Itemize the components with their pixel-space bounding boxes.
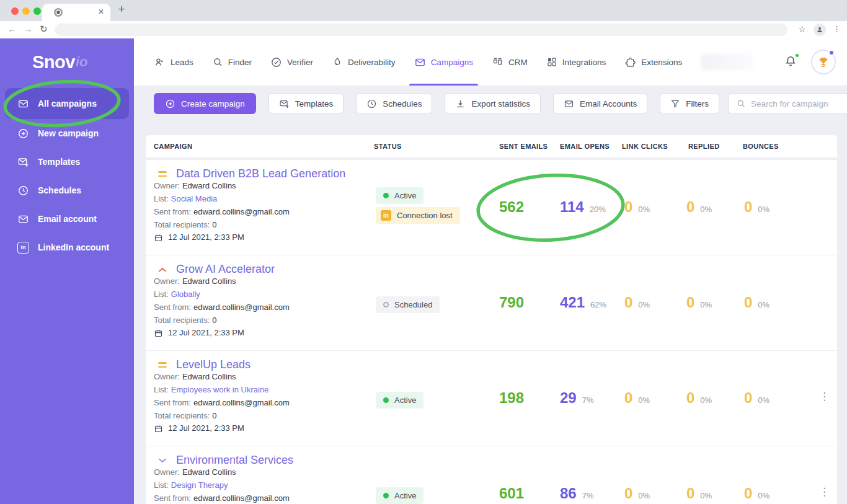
sent-emails-value: 562 [499,198,524,216]
list-link[interactable]: Globally [171,290,200,299]
campaign-title-link[interactable]: Data Driven B2B Lead Generation [176,167,345,180]
campaign-row: Grow AI Accelerator Owner:Edward Collins… [146,255,837,351]
bookmark-star-icon[interactable]: ☆ [798,24,806,34]
tab-close-icon[interactable]: ✕ [98,7,104,16]
sent-from-label: Sent from: [154,303,191,312]
email-accounts-button[interactable]: Email Accounts [553,93,647,114]
list-link[interactable]: Design Therapy [171,480,228,490]
campaign-row: Environmental Services Owner:Edward Coll… [146,446,837,504]
list-link[interactable]: Social Media [171,194,217,203]
nav-item-label: Leads [171,58,193,67]
notifications-button[interactable] [784,55,799,69]
status-badge-active: Active [376,487,423,504]
sidebar-nav: All campaigns New campaign Templates Sch… [0,88,134,262]
nav-item-verifier[interactable]: Verifier [270,38,313,86]
nav-item-leads[interactable]: Leads [154,38,193,86]
sent-emails-value: 601 [499,485,524,502]
create-campaign-button[interactable]: Create campaign [154,93,256,114]
nav-item-label: Integrations [562,58,606,67]
campaign-title-link[interactable]: Grow AI Accelerator [176,263,275,276]
sidebar-item-label: LinkedIn account [38,242,109,252]
table-rows: Data Driven B2B Lead Generation Owner:Ed… [146,160,837,504]
email-opens-value: 297% [560,389,594,407]
sidebar-item-email-account[interactable]: Email account [0,205,134,233]
window-close-button[interactable] [11,7,19,15]
bounces-value: 00% [744,294,769,311]
gray-ring-icon [383,302,389,307]
back-icon[interactable]: ← [7,24,17,34]
sidebar-item-label: All campaigns [38,99,97,108]
reload-icon[interactable]: ↻ [40,24,48,35]
nav-item-label: Verifier [287,58,313,67]
row-menu-kebab-icon[interactable]: ⋮ [819,391,830,403]
window-zoom-button[interactable] [33,7,41,15]
forward-icon[interactable]: → [24,24,33,34]
owner-value: Edward Collins [182,276,236,286]
topnav-right-cluster: MK [701,50,847,74]
nav-item-label: Finder [228,58,252,67]
browser-tab[interactable]: ✕ [42,4,110,21]
sidebar-item-schedules[interactable]: Schedules [0,176,134,205]
campaign-title-link[interactable]: LevelUp Leads [176,358,251,371]
funnel-icon [670,99,680,108]
achievements-button[interactable] [811,50,836,74]
filters-button[interactable]: Filters [660,93,719,114]
list-link[interactable]: Employees work in Ukraine [171,385,269,394]
export-statistics-button[interactable]: Export statistics [445,93,541,114]
nav-item-deliverability[interactable]: Deliverability [332,38,396,86]
sidebar: Snovio All campaigns New campaign Templa… [0,38,134,504]
sent-from-value: edward.collins@gmail.com [193,493,290,503]
campaigns-table: CAMPAIGN STATUS SENT EMAILS EMAIL OPENS … [146,135,837,504]
campaign-date: 12 Jul 2021, 2:33 PM [154,232,244,242]
new-tab-button[interactable]: + [114,2,129,16]
col-header-bounces: BOUNCES [743,143,779,150]
envelope-icon [17,213,29,225]
achievement-dot [828,50,835,56]
col-header-email-opens: EMAIL OPENS [560,143,610,150]
browser-profile-icon[interactable] [814,24,826,36]
search-input[interactable] [751,99,844,108]
templates-button[interactable]: Templates [268,93,344,114]
window-minimize-button[interactable] [22,7,30,15]
bounces-value: 00% [744,389,769,407]
email-opens-value: 11420% [560,198,606,216]
nav-item-finder[interactable]: Finder [212,38,252,86]
priority-equals-icon[interactable] [157,171,168,177]
main-content: Create campaign Templates Schedules Expo… [134,86,847,504]
sidebar-item-all-campaigns[interactable]: All campaigns [5,88,129,119]
nav-item-label: Deliverability [348,58,396,67]
browser-menu-kebab-icon[interactable]: ⋮ [833,24,841,33]
nav-item-crm[interactable]: CRM [492,38,528,86]
verifier-check-icon [270,56,282,68]
nav-item-campaigns[interactable]: Campaigns [414,38,473,86]
status-badge-active: Active [376,392,423,409]
schedules-button[interactable]: Schedules [356,93,432,114]
sidebar-item-linkedin-account[interactable]: in LinkedIn account [0,233,134,262]
nav-item-extensions[interactable]: Extensions [624,38,682,86]
chevron-up-icon[interactable] [157,266,168,273]
sent-from-label: Sent from: [154,398,191,407]
campaign-title-link[interactable]: Environmental Services [176,454,293,467]
nav-item-integrations[interactable]: Integrations [546,38,606,86]
crm-windows-icon [492,56,503,68]
sidebar-item-new-campaign[interactable]: New campaign [0,119,134,148]
chevron-down-icon[interactable] [157,457,168,464]
table-header: CAMPAIGN STATUS SENT EMAILS EMAIL OPENS … [146,135,837,157]
bounces-value: 00% [744,485,769,502]
sidebar-item-templates[interactable]: Templates [0,148,134,176]
priority-equals-icon[interactable] [157,362,168,368]
col-header-replied: REPLIED [688,143,719,150]
toolbar-right: Filters [660,93,847,114]
col-header-link-clicks: LINK CLICKS [622,143,668,150]
list-label: List: [154,480,169,490]
finder-search-icon [212,56,223,68]
calendar-icon [154,424,163,433]
row-menu-kebab-icon[interactable]: ⋮ [819,486,830,498]
url-input[interactable] [55,24,787,36]
calendar-icon [154,329,163,338]
search-icon [736,99,746,108]
clock-icon [17,185,29,197]
list-label: List: [154,385,169,394]
envelope-icon [564,99,574,109]
deliverability-flame-icon [332,56,343,68]
